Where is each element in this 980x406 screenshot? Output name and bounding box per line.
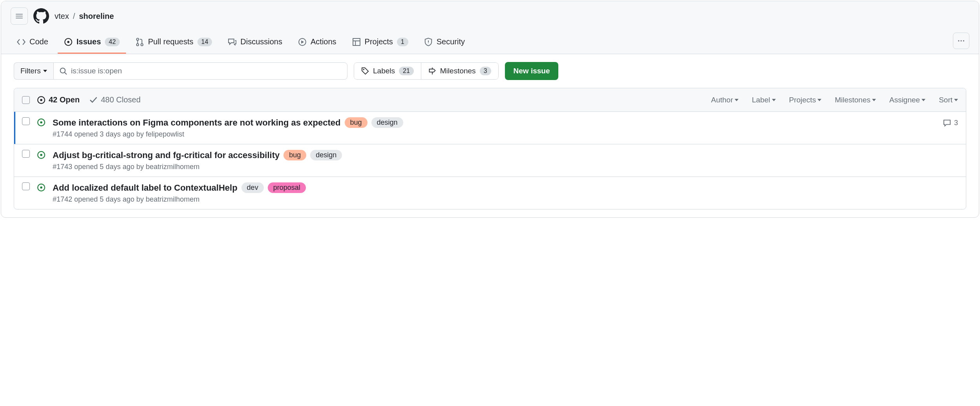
- filter-projects[interactable]: Projects: [789, 96, 822, 104]
- nav-pull-requests[interactable]: Pull requests 14: [129, 33, 218, 54]
- github-icon: [33, 8, 49, 24]
- nav-discussions[interactable]: Discussions: [221, 33, 289, 54]
- nav-code[interactable]: Code: [11, 33, 55, 54]
- labels-milestones-group: Labels 21 Milestones 3: [354, 62, 499, 80]
- labels-count-badge: 21: [399, 67, 414, 75]
- issue-open-icon: [37, 96, 46, 104]
- pull-request-icon: [135, 38, 144, 46]
- nav-security[interactable]: Security: [418, 33, 471, 54]
- select-all-checkbox[interactable]: [22, 96, 30, 104]
- discussions-icon: [228, 38, 236, 46]
- issues-toolbar: Filters Labels 21 Milestones 3 New issue: [1, 54, 979, 88]
- nav-overflow-button[interactable]: [953, 33, 969, 49]
- issue-meta: #1743 opened 5 days ago by beatrizmilhom…: [53, 163, 958, 171]
- issue-main: Add localized default label to Contextua…: [53, 182, 958, 204]
- issue-row[interactable]: Add localized default label to Contextua…: [14, 177, 966, 209]
- caret-down-icon: [872, 99, 876, 101]
- issue-title[interactable]: Add localized default label to Contextua…: [53, 183, 238, 193]
- issue-title[interactable]: Some interactions on Figma components ar…: [53, 118, 341, 128]
- search-input[interactable]: [71, 67, 342, 75]
- issue-row[interactable]: Adjust bg-critical-strong and fg-critica…: [14, 144, 966, 177]
- svg-point-4: [141, 44, 143, 46]
- tag-icon: [361, 67, 369, 75]
- issue-meta: #1744 opened 3 days ago by felipepowlist: [53, 130, 936, 138]
- caret-down-icon: [921, 99, 925, 101]
- nav-actions[interactable]: Actions: [292, 33, 343, 54]
- github-logo[interactable]: [33, 7, 50, 25]
- breadcrumb-owner[interactable]: vtex: [55, 12, 69, 21]
- milestones-button[interactable]: Milestones 3: [421, 63, 498, 79]
- svg-point-17: [40, 154, 42, 156]
- actions-icon: [298, 38, 307, 46]
- projects-icon: [352, 38, 361, 46]
- issue-meta: #1742 opened 5 days ago by beatrizmilhom…: [53, 195, 958, 204]
- filter-author[interactable]: Author: [711, 96, 739, 104]
- issue-label[interactable]: dev: [241, 182, 264, 193]
- issue-label[interactable]: bug: [345, 117, 368, 128]
- svg-point-3: [137, 44, 139, 46]
- caret-down-icon: [772, 99, 776, 101]
- issue-checkbox[interactable]: [22, 182, 30, 190]
- issue-main: Some interactions on Figma components ar…: [53, 117, 936, 138]
- filter-sort[interactable]: Sort: [939, 96, 958, 104]
- caret-down-icon: [817, 99, 821, 101]
- issue-main: Adjust bg-critical-strong and fg-critica…: [53, 150, 958, 171]
- pulls-count-badge: 14: [197, 38, 212, 46]
- hamburger-menu-button[interactable]: [11, 7, 28, 25]
- breadcrumb-repo[interactable]: shoreline: [79, 12, 114, 21]
- milestone-icon: [428, 67, 436, 75]
- svg-point-1: [67, 41, 69, 43]
- repo-nav: Code Issues 42 Pull requests 14 Discussi…: [11, 33, 969, 54]
- open-issues-tab[interactable]: 42 Open: [37, 95, 80, 104]
- filter-label[interactable]: Label: [752, 96, 776, 104]
- issue-icon: [64, 38, 73, 46]
- issue-row[interactable]: Some interactions on Figma components ar…: [14, 112, 966, 144]
- issue-comments[interactable]: 3: [943, 117, 958, 138]
- issues-count-badge: 42: [105, 38, 120, 46]
- labels-button[interactable]: Labels 21: [354, 63, 421, 79]
- issue-label[interactable]: design: [371, 117, 403, 128]
- kebab-icon: [957, 37, 965, 45]
- issue-checkbox[interactable]: [22, 150, 30, 158]
- filters-button[interactable]: Filters: [14, 62, 53, 80]
- issue-label[interactable]: bug: [283, 150, 306, 160]
- search-input-wrapper[interactable]: [53, 62, 347, 80]
- issue-title[interactable]: Adjust bg-critical-strong and fg-critica…: [53, 150, 280, 160]
- svg-point-8: [960, 40, 962, 41]
- comment-count: 3: [954, 119, 958, 127]
- comment-icon: [943, 119, 951, 127]
- svg-point-15: [40, 121, 42, 124]
- svg-point-13: [40, 99, 42, 101]
- code-icon: [17, 38, 26, 46]
- filter-assignee[interactable]: Assignee: [889, 96, 925, 104]
- svg-point-10: [60, 68, 65, 73]
- caret-down-icon: [954, 99, 958, 101]
- closed-issues-tab[interactable]: 480 Closed: [89, 95, 141, 104]
- caret-down-icon: [735, 99, 739, 101]
- issue-label[interactable]: design: [310, 150, 342, 160]
- issue-open-icon: [37, 183, 46, 204]
- nav-projects[interactable]: Projects 1: [346, 33, 415, 54]
- svg-point-9: [963, 40, 964, 41]
- projects-count-badge: 1: [397, 38, 408, 46]
- caret-down-icon: [43, 70, 47, 72]
- shield-icon: [424, 38, 433, 46]
- check-icon: [89, 96, 98, 104]
- nav-issues[interactable]: Issues 42: [58, 33, 126, 54]
- issue-open-icon: [37, 118, 46, 138]
- svg-point-19: [40, 186, 42, 189]
- new-issue-button[interactable]: New issue: [505, 62, 559, 80]
- repo-header: vtex / shoreline Code Issues 42 Pull req…: [1, 1, 979, 54]
- issue-label[interactable]: proposal: [268, 182, 306, 193]
- breadcrumb-separator: /: [71, 12, 77, 21]
- svg-point-2: [137, 38, 139, 40]
- issue-open-icon: [37, 151, 46, 171]
- svg-point-11: [363, 69, 364, 70]
- filter-milestones[interactable]: Milestones: [835, 96, 876, 104]
- issue-list-header: 42 Open 480 Closed Author Label Projects…: [14, 88, 966, 112]
- svg-point-7: [958, 40, 959, 41]
- issue-checkbox[interactable]: [22, 117, 30, 125]
- issue-list: 42 Open 480 Closed Author Label Projects…: [14, 88, 966, 209]
- milestones-count-badge: 3: [480, 67, 491, 75]
- search-icon: [59, 67, 67, 75]
